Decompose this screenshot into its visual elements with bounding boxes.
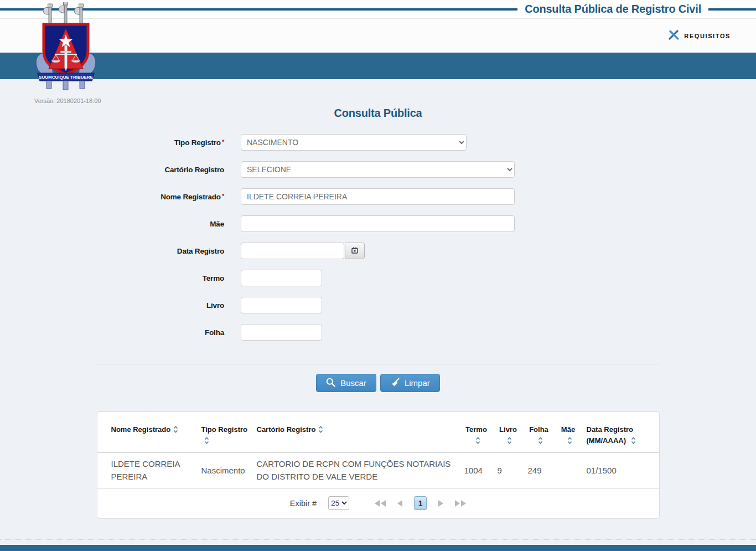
- search-form: Tipo Registro* NASCIMENTO Cartório Regis…: [0, 134, 756, 341]
- logo: SUUMCUIQUE TRIBUERE Versão: 20180201-18:…: [34, 2, 97, 104]
- top-header: Consulta Pública de Registro Civil: [0, 0, 756, 18]
- form-row-termo: Termo: [0, 270, 756, 286]
- form-divider: [96, 364, 660, 364]
- exibir-label: Exibir #: [290, 499, 317, 508]
- page-size-select[interactable]: 25: [328, 496, 349, 510]
- column-header-tipo[interactable]: Tipo Registro: [197, 418, 252, 452]
- action-buttons: Buscar Limpar: [0, 374, 756, 392]
- sort-icon: [567, 437, 572, 444]
- sort-icon: [173, 426, 178, 433]
- search-icon: [326, 378, 335, 389]
- sort-icon: [538, 437, 543, 444]
- logo-motto: SUUMCUIQUE TRIBUERE: [39, 75, 93, 80]
- page: Consulta Pública de Registro Civil REQUI…: [0, 0, 756, 551]
- termo-label: Termo: [0, 274, 224, 282]
- nome-registrado-input[interactable]: [241, 188, 515, 205]
- prev-page-button[interactable]: [397, 500, 402, 507]
- column-header-livro[interactable]: Livro: [493, 418, 524, 452]
- coat-of-arms-icon: SUUMCUIQUE TRIBUERE: [34, 2, 97, 92]
- sort-icon: [507, 437, 512, 444]
- version-label: Versão: 20180201-18:00: [34, 97, 97, 104]
- folha-input[interactable]: [241, 324, 322, 341]
- column-header-cartorio[interactable]: Cartório Registro: [252, 418, 460, 452]
- buscar-label: Buscar: [340, 378, 366, 388]
- form-row-cartorio-registro: Cartório Registro SELECIONE: [0, 161, 756, 178]
- column-header-data[interactable]: Data Registro (MM/AAAA): [582, 418, 659, 452]
- results-table: Nome Registrado Tipo Registro Cartório R…: [97, 418, 659, 489]
- mae-label: Mãe: [0, 220, 224, 228]
- calendar-icon: [351, 247, 358, 255]
- column-header-mae[interactable]: Mãe: [555, 418, 582, 452]
- table-row[interactable]: ILDETE CORREIA PEREIRA Nascimento CARTOR…: [97, 452, 659, 489]
- column-header-nome[interactable]: Nome Registrado: [97, 418, 197, 452]
- tipo-registro-select[interactable]: NASCIMENTO: [241, 134, 467, 151]
- calendar-button[interactable]: [345, 243, 365, 259]
- page-number-button[interactable]: 1: [414, 496, 427, 510]
- form-row-nome-registrado: Nome Registrado*: [0, 188, 756, 205]
- next-page-button[interactable]: [438, 500, 443, 507]
- form-title: Consulta Pública: [0, 79, 756, 120]
- cell-folha: 249: [524, 452, 555, 489]
- broom-icon: [390, 378, 400, 389]
- sort-icon: [318, 426, 323, 433]
- cell-cartorio: CARTORIO DE RCPN COM FUNÇÕES NOTARIAIS D…: [252, 452, 460, 489]
- form-row-data-registro: Data Registro: [0, 243, 756, 259]
- cell-tipo: Nascimento: [197, 452, 252, 489]
- tools-icon: [669, 30, 679, 42]
- cell-mae: [555, 452, 582, 489]
- mae-input[interactable]: [241, 215, 515, 232]
- cell-termo: 1004: [460, 452, 493, 489]
- required-marker: *: [222, 138, 224, 145]
- page-title: Consulta Pública de Registro Civil: [517, 2, 708, 17]
- column-header-termo[interactable]: Termo: [460, 418, 493, 452]
- nome-registrado-label: Nome Registrado*: [0, 193, 224, 201]
- first-page-button[interactable]: [375, 500, 386, 507]
- required-marker: *: [222, 193, 224, 199]
- footer-divider: [0, 539, 756, 540]
- cartorio-registro-label: Cartório Registro: [0, 166, 224, 174]
- limpar-button[interactable]: Limpar: [380, 374, 440, 392]
- cartorio-registro-select[interactable]: SELECIONE: [241, 161, 515, 178]
- limpar-label: Limpar: [405, 378, 430, 388]
- table-header-row: Nome Registrado Tipo Registro Cartório R…: [97, 418, 659, 452]
- tipo-registro-label: Tipo Registro*: [0, 138, 224, 147]
- last-page-button[interactable]: [455, 500, 466, 507]
- column-header-folha[interactable]: Folha: [524, 418, 555, 452]
- cell-livro: 9: [493, 452, 524, 489]
- folha-label: Folha: [0, 328, 224, 337]
- footer-bar: 5ª Av. do CAB, nº 560, Salvador/BA - Bra…: [0, 545, 756, 551]
- form-row-folha: Folha: [0, 324, 756, 341]
- pagination: Exibir # 25 1: [97, 489, 659, 518]
- livro-label: Livro: [0, 301, 224, 310]
- form-row-mae: Mãe: [0, 215, 756, 232]
- sort-icon: [475, 437, 480, 444]
- data-registro-label: Data Registro: [0, 247, 224, 255]
- results-card: Nome Registrado Tipo Registro Cartório R…: [97, 411, 660, 519]
- data-registro-input[interactable]: [241, 243, 344, 259]
- cell-nome: ILDETE CORREIA PEREIRA: [97, 452, 197, 489]
- toolbar-row: REQUISITOS: [0, 18, 756, 53]
- header-band: [0, 53, 756, 79]
- sort-icon: [204, 437, 209, 444]
- requisitos-label: REQUISITOS: [684, 33, 731, 39]
- sort-icon: [631, 437, 636, 444]
- form-row-livro: Livro: [0, 297, 756, 313]
- buscar-button[interactable]: Buscar: [316, 374, 376, 392]
- form-row-tipo-registro: Tipo Registro* NASCIMENTO: [0, 134, 756, 151]
- requisitos-link[interactable]: REQUISITOS: [669, 30, 731, 42]
- termo-input[interactable]: [241, 270, 322, 286]
- livro-input[interactable]: [241, 297, 322, 313]
- cell-data: 01/1500: [582, 452, 659, 489]
